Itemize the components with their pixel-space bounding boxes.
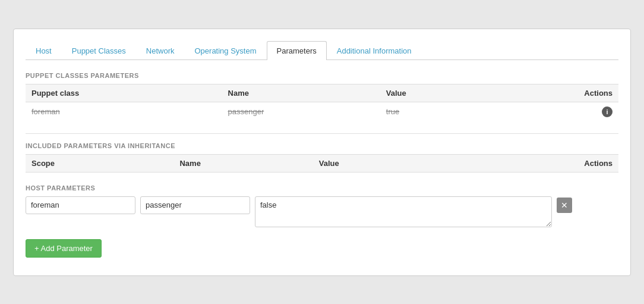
tab-puppet-classes[interactable]: Puppet Classes: [62, 41, 136, 60]
host-parameters-section: HOST PARAMETERS false ✕ + Add Parameter: [26, 184, 618, 258]
col-value: Value: [380, 84, 486, 102]
col-puppet-class: Puppet class: [26, 84, 222, 102]
name-cell: passenger: [222, 102, 380, 121]
main-container: Host Puppet Classes Network Operating Sy…: [13, 29, 631, 276]
tab-operating-system[interactable]: Operating System: [184, 41, 266, 60]
host-params-section-header: HOST PARAMETERS: [26, 184, 618, 192]
name-value: passenger: [228, 107, 264, 116]
col-name: Name: [222, 84, 380, 102]
puppet-classes-parameters-section: PUPPET CLASSES PARAMETERS Puppet class N…: [26, 72, 618, 121]
delete-param-button[interactable]: ✕: [557, 198, 572, 213]
col-actions: Actions: [486, 84, 618, 102]
col-scope: Scope: [26, 154, 173, 172]
puppet-class-cell: foreman: [26, 102, 222, 121]
inherited-section-header: INCLUDED PARAMETERS VIA INHERITANCE: [26, 142, 618, 149]
puppet-classes-table: Puppet class Name Value Actions foreman …: [26, 84, 618, 121]
inherited-table-header: Scope Name Value Actions: [26, 154, 618, 172]
section-divider-1: [26, 133, 618, 134]
col-value-2: Value: [313, 154, 449, 172]
tab-network[interactable]: Network: [136, 41, 185, 60]
col-actions-2: Actions: [449, 154, 618, 172]
info-icon[interactable]: i: [602, 106, 613, 117]
param-key-input[interactable]: [140, 196, 250, 214]
host-param-row: false ✕: [26, 196, 618, 227]
add-parameter-button[interactable]: + Add Parameter: [26, 239, 102, 258]
value-cell: true: [380, 102, 486, 121]
col-name-2: Name: [173, 154, 312, 172]
inherited-table: Scope Name Value Actions: [26, 154, 618, 173]
puppet-classes-table-header: Puppet class Name Value Actions: [26, 84, 618, 102]
tab-bar: Host Puppet Classes Network Operating Sy…: [26, 41, 618, 60]
param-name-input[interactable]: [26, 196, 135, 214]
tab-host[interactable]: Host: [26, 41, 62, 60]
tab-additional-information[interactable]: Additional Information: [327, 41, 422, 60]
tab-parameters[interactable]: Parameters: [267, 41, 327, 60]
actions-cell: i: [486, 102, 618, 121]
value-text: true: [386, 107, 399, 116]
puppet-class-value: foreman: [31, 107, 60, 116]
inherited-parameters-section: INCLUDED PARAMETERS VIA INHERITANCE Scop…: [26, 142, 618, 173]
puppet-classes-section-header: PUPPET CLASSES PARAMETERS: [26, 72, 618, 79]
table-row: foreman passenger true i: [26, 102, 618, 121]
param-value-textarea[interactable]: false: [255, 196, 552, 227]
